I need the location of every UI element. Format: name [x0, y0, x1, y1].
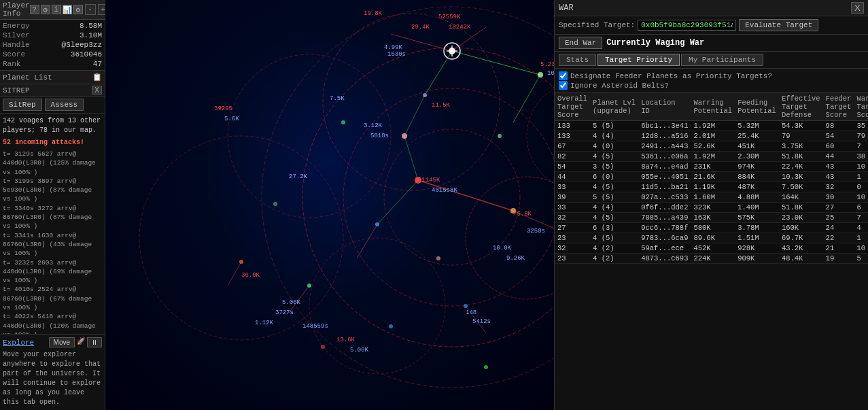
cell-war-score: 10 — [854, 162, 868, 172]
war-close-button[interactable]: X — [851, 2, 864, 14]
table-row[interactable]: 33 4 (4) 0f6f...dde2 323K 1.40M 51.8K 27… — [555, 203, 868, 213]
table-row[interactable]: 27 6 (3) 9cc6...788f 580K 3.78M 160K 24 … — [555, 223, 868, 233]
cell-feeder-score: 19 — [823, 254, 854, 264]
score-row: Score 3610046 — [3, 50, 102, 59]
config-icon[interactable]: ⚙ — [73, 5, 83, 14]
tab-target-priority[interactable]: Target Priority — [597, 54, 680, 66]
cell-feeder-score: 44 — [823, 152, 854, 162]
war-options: Designate Feeder Planets as Priority Tar… — [555, 69, 868, 93]
help-icon[interactable]: ? — [30, 5, 39, 14]
col-planet-lvl: Planet Lvl(upgrade) — [590, 93, 638, 121]
table-row[interactable]: 32 4 (5) 7885...a439 163K 575K 23.0K 25 … — [555, 213, 868, 223]
cell-loc: 12d8...a516 — [638, 131, 691, 141]
cell-effective: 54.3K — [779, 121, 823, 131]
table-row[interactable]: 133 4 (4) 12d8...a516 2.01M 25.4K 79 54 … — [555, 131, 868, 141]
explore-description: Move your explorer anywhere to explore t… — [3, 350, 102, 407]
cell-feeder-score: 60 — [823, 141, 854, 152]
feeder-option-row: Designate Feeder Planets as Priority Tar… — [559, 71, 864, 80]
cell-feeder-score: 24 — [823, 223, 854, 233]
energy-label: Energy — [3, 22, 30, 30]
sitrep-event: t= 4022s 5418 arrv@ 440d0(L3R0) (120% da… — [3, 312, 102, 334]
end-war-button[interactable]: End War — [559, 37, 602, 49]
cell-warring: 1.60M — [691, 192, 735, 203]
cell-effective: 23.0K — [779, 213, 823, 223]
cell-effective: 3.75K — [779, 141, 823, 152]
sitrep-buttons: SitRep Assess — [0, 97, 105, 114]
priority-table-container[interactable]: OverallTargetScore Planet Lvl(upgrade) L… — [555, 93, 868, 410]
left-panel: Player Info ? ⚙ i 📊 ⚙ - + Energy 8.58M S… — [0, 0, 105, 410]
chart-icon[interactable]: 📊 — [63, 5, 72, 14]
cell-warring: 452K — [691, 243, 735, 254]
settings-icon[interactable]: ⚙ — [41, 5, 50, 14]
evaluate-target-button[interactable]: Evaluate Target — [739, 19, 818, 31]
cell-feeder-score: 43 — [823, 162, 854, 172]
cell-feeding: 25.4K — [735, 131, 779, 141]
table-row[interactable]: 23 4 (5) 9783...6ca9 89.6K 1.51M 69.7K 2… — [555, 233, 868, 243]
table-row[interactable]: 54 3 (5) 8a74...e4ad 231K 974K 22.4K 43 … — [555, 162, 868, 172]
sitrep-summary: 142 voages from 13 other players; 78 in … — [3, 116, 102, 135]
table-row[interactable]: 67 4 (0) 2491...a443 52.6K 451K 3.75K 60… — [555, 141, 868, 152]
cell-score: 67 — [555, 141, 590, 152]
war-target-input[interactable] — [638, 20, 736, 31]
table-row[interactable]: 39 5 (5) 027a...c533 1.60M 4.88M 164K 30… — [555, 192, 868, 203]
map-area[interactable]: 19.8K29.4K52559K10242K4.99K1530s7.5K11.5… — [105, 0, 554, 410]
priority-table: OverallTargetScore Planet Lvl(upgrade) L… — [555, 93, 868, 264]
silver-label: Silver — [3, 31, 30, 39]
cell-warring: 1.19K — [691, 182, 735, 192]
rank-label: Rank — [3, 60, 20, 68]
planet-list-icon: 📋 — [92, 73, 102, 82]
feeder-label[interactable]: Designate Feeder Planets as Priority Tar… — [570, 72, 772, 80]
cell-level: 4 (5) — [590, 233, 638, 243]
cell-feeder-score: 22 — [823, 233, 854, 243]
move-button[interactable]: Move — [49, 337, 75, 347]
feeder-checkbox[interactable] — [559, 71, 568, 80]
table-row[interactable]: 23 4 (2) 4873...c693 224K 909K 48.4K 19 … — [555, 254, 868, 264]
cell-loc: 8a74...e4ad — [638, 162, 691, 172]
cell-level: 6 (3) — [590, 223, 638, 233]
cell-level: 4 (5) — [590, 213, 638, 223]
assess-button[interactable]: Assess — [45, 99, 84, 111]
handle-row: Handle @Sleep3zz — [3, 40, 102, 50]
cell-warring: 224K — [691, 254, 735, 264]
cell-effective: 79 — [779, 131, 823, 141]
war-action-row: End War Currently Waging War — [555, 35, 868, 52]
table-row[interactable]: 32 4 (2) 59af...ece 452K 928K 43.2K 21 1… — [555, 243, 868, 254]
asteroid-checkbox[interactable] — [559, 81, 568, 90]
cell-loc: 027a...c533 — [638, 192, 691, 203]
rank-value: 47 — [93, 60, 102, 68]
pause-button[interactable]: ⏸ — [87, 337, 102, 347]
table-row[interactable]: 133 5 (5) 6bc1...3e41 1.92M 5.32M 54.3K … — [555, 121, 868, 131]
cell-loc: 9cc6...788f — [638, 223, 691, 233]
sitrep-title: SITREP — [3, 86, 30, 95]
table-row[interactable]: 33 4 (5) 11d5...ba21 1.19K 487K 7.50K 32… — [555, 182, 868, 192]
cell-war-score: 7 — [854, 141, 868, 152]
cell-warring: 89.6K — [691, 233, 735, 243]
cell-score: 32 — [555, 243, 590, 254]
war-target-label: Specified Target: — [559, 21, 635, 29]
asteroid-label[interactable]: Ignore Asteroid Belts? — [570, 82, 669, 90]
waging-war-label: Currently Waging War — [606, 38, 704, 48]
sitrep-content: 142 voages from 13 other players; 78 in … — [0, 114, 105, 334]
cell-feeder-score: 27 — [823, 203, 854, 213]
score-value: 3610046 — [71, 50, 102, 58]
cell-war-score: 10 — [854, 243, 868, 254]
sitrep-button[interactable]: SitRep — [3, 99, 42, 111]
planet-list-header[interactable]: Planet List 📋 — [0, 71, 105, 84]
cell-score: 33 — [555, 203, 590, 213]
table-row[interactable]: 44 6 (0) 055e...4051 21.6K 884K 10.3K 43… — [555, 172, 868, 182]
cell-feeder-score: 21 — [823, 243, 854, 254]
tab-my-participants[interactable]: My Participants — [681, 54, 763, 66]
cell-level: 4 (4) — [590, 131, 638, 141]
priority-tbody: 133 5 (5) 6bc1...3e41 1.92M 5.32M 54.3K … — [555, 121, 868, 264]
cell-score: 27 — [555, 223, 590, 233]
explore-title[interactable]: Explore — [3, 339, 34, 347]
sitrep-close-button[interactable]: X — [92, 86, 102, 95]
tab-stats[interactable]: Stats — [559, 54, 596, 66]
war-header: WAR X — [555, 0, 868, 16]
cell-warring: 163K — [691, 213, 735, 223]
sitrep-events: t= 3129s 5627 arrv@ 440d0(L3R0) (125% da… — [3, 150, 102, 334]
cell-warring: 323K — [691, 203, 735, 213]
zoom-minus-btn[interactable]: - — [85, 4, 96, 15]
table-row[interactable]: 82 4 (5) 5361...e06a 1.92M 2.30M 51.8K 4… — [555, 152, 868, 162]
info-icon[interactable]: i — [52, 5, 61, 14]
